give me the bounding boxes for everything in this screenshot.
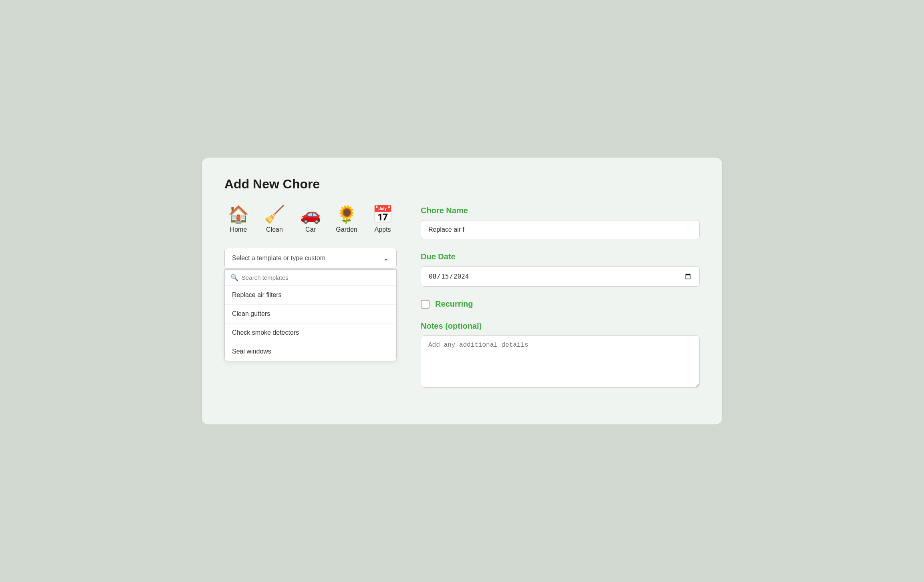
category-garden[interactable]: 🌻 Garden bbox=[333, 206, 361, 233]
category-car-label: Car bbox=[305, 226, 316, 233]
chore-name-input[interactable] bbox=[421, 220, 700, 239]
category-home-label: Home bbox=[230, 226, 247, 233]
category-car[interactable]: 🚗 Car bbox=[297, 206, 325, 233]
template-item-clean-gutters[interactable]: Clean gutters bbox=[225, 305, 396, 323]
recurring-checkbox[interactable] bbox=[421, 300, 430, 309]
chore-name-group: Chore Name bbox=[421, 206, 700, 239]
template-select-button[interactable]: Select a template or type custom ⌄ bbox=[224, 248, 397, 269]
category-appts-label: Appts bbox=[375, 226, 391, 233]
category-row: 🏠 Home 🧹 Clean 🚗 Car 🌻 Garden 📅 A bbox=[224, 206, 397, 233]
category-clean-label: Clean bbox=[266, 226, 283, 233]
home-icon: 🏠 bbox=[228, 206, 249, 223]
due-date-input[interactable] bbox=[421, 266, 700, 287]
car-icon: 🚗 bbox=[300, 206, 321, 223]
left-panel: 🏠 Home 🧹 Clean 🚗 Car 🌻 Garden 📅 A bbox=[224, 206, 397, 402]
recurring-row: Recurring bbox=[421, 299, 700, 309]
chore-name-label: Chore Name bbox=[421, 206, 700, 215]
due-date-label: Due Date bbox=[421, 252, 700, 261]
search-row: 🔍 bbox=[225, 270, 396, 286]
chevron-down-icon: ⌄ bbox=[383, 254, 389, 263]
category-appts[interactable]: 📅 Appts bbox=[369, 206, 397, 233]
notes-group: Notes (optional) bbox=[421, 321, 700, 389]
due-date-group: Due Date bbox=[421, 252, 700, 287]
category-clean[interactable]: 🧹 Clean bbox=[260, 206, 288, 233]
main-layout: 🏠 Home 🧹 Clean 🚗 Car 🌻 Garden 📅 A bbox=[224, 206, 700, 402]
notes-textarea[interactable] bbox=[421, 335, 700, 388]
notes-label: Notes (optional) bbox=[421, 321, 700, 331]
recurring-label: Recurring bbox=[435, 299, 473, 309]
template-select-placeholder: Select a template or type custom bbox=[232, 255, 325, 262]
add-chore-card: Add New Chore 🏠 Home 🧹 Clean 🚗 Car bbox=[202, 157, 722, 425]
template-item-check-smoke-detectors[interactable]: Check smoke detectors bbox=[225, 323, 396, 342]
template-dropdown-panel: 🔍 Replace air filters Clean gutters Chec… bbox=[224, 269, 397, 361]
page-title: Add New Chore bbox=[224, 177, 700, 192]
right-panel: Chore Name Due Date Recurring Notes (opt… bbox=[421, 206, 700, 402]
category-garden-label: Garden bbox=[336, 226, 357, 233]
search-icon: 🔍 bbox=[230, 274, 238, 281]
template-item-seal-windows[interactable]: Seal windows bbox=[225, 342, 396, 361]
garden-icon: 🌻 bbox=[336, 206, 357, 223]
clean-icon: 🧹 bbox=[264, 206, 285, 223]
search-input[interactable] bbox=[242, 274, 391, 281]
category-home[interactable]: 🏠 Home bbox=[224, 206, 252, 233]
appts-icon: 📅 bbox=[372, 206, 393, 223]
template-dropdown-container: Select a template or type custom ⌄ 🔍 Rep… bbox=[224, 248, 397, 269]
template-item-replace-air-filters[interactable]: Replace air filters bbox=[225, 286, 396, 305]
